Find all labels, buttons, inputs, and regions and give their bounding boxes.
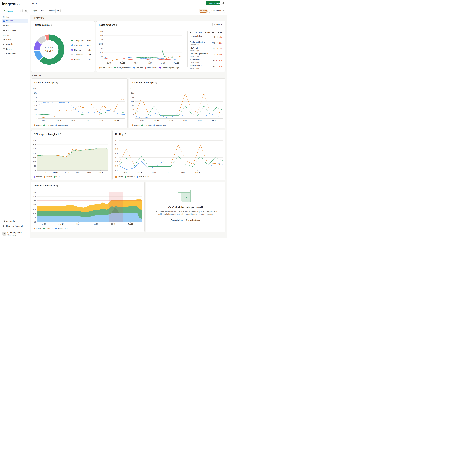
svg-text:100M: 100M [99, 30, 103, 32]
svg-text:20 K: 20 K [114, 152, 118, 154]
svg-text:10: 10 [101, 56, 103, 58]
svg-text:0 K: 0 K [34, 221, 37, 223]
svg-text:5 K: 5 K [115, 165, 118, 167]
svg-text:12:00: 12:00 [85, 120, 89, 122]
svg-text:12:00: 12:00 [167, 172, 171, 173]
svg-text:12:00: 12:00 [76, 172, 80, 173]
svg-text:10K: 10K [131, 105, 134, 107]
svg-text:Jun 19: Jun 19 [137, 172, 142, 173]
svg-text:18:00: 18:00 [111, 223, 115, 225]
svg-text:Jun 20: Jun 20 [174, 62, 179, 64]
svg-text:18:00: 18:00 [161, 62, 165, 64]
svg-text:15 K: 15 K [33, 157, 37, 159]
svg-text:10M: 10M [34, 92, 37, 94]
svg-text:10 K: 10 K [33, 161, 37, 163]
svg-text:18:00: 18:00 [197, 120, 201, 122]
svg-text:18:00: 18:00 [107, 62, 111, 64]
svg-text:100: 100 [34, 109, 37, 111]
svg-text:35 K: 35 K [114, 139, 118, 141]
svg-text:20 K: 20 K [33, 204, 37, 206]
svg-text:10M: 10M [131, 92, 134, 94]
svg-text:35 K: 35 K [33, 139, 37, 141]
svg-text:100: 100 [100, 51, 103, 53]
svg-text:30 K: 30 K [33, 144, 37, 146]
svg-text:18:00: 18:00 [99, 120, 103, 122]
svg-text:06:00: 06:00 [134, 62, 138, 64]
svg-text:100K: 100K [33, 101, 37, 103]
svg-text:10: 10 [132, 113, 134, 115]
svg-text:100M: 100M [130, 88, 134, 90]
svg-text:18:00: 18:00 [139, 120, 144, 122]
svg-text:0 K: 0 K [34, 169, 37, 171]
svg-text:10K: 10K [34, 105, 37, 107]
svg-text:30 K: 30 K [33, 196, 37, 197]
svg-text:35 K: 35 K [33, 191, 37, 193]
svg-text:18:00: 18:00 [42, 120, 46, 122]
svg-text:Jun 19: Jun 19 [154, 120, 159, 122]
svg-text:10 K: 10 K [33, 212, 37, 214]
svg-text:Jun 19: Jun 19 [53, 172, 58, 173]
svg-text:10M: 10M [99, 35, 103, 37]
svg-text:5 K: 5 K [34, 217, 37, 219]
svg-text:1: 1 [102, 60, 103, 62]
svg-text:1: 1 [133, 117, 134, 119]
svg-text:Jun 20: Jun 20 [211, 120, 217, 122]
svg-text:1: 1 [36, 117, 37, 119]
svg-text:20 K: 20 K [33, 152, 37, 154]
svg-text:100M: 100M [33, 88, 37, 90]
svg-text:25 K: 25 K [33, 200, 37, 202]
svg-text:12:00: 12:00 [94, 223, 98, 225]
svg-text:18:00: 18:00 [42, 172, 46, 173]
svg-text:0 K: 0 K [115, 169, 118, 171]
svg-text:Jun 20: Jun 20 [114, 120, 119, 122]
svg-text:1M: 1M [132, 96, 134, 98]
svg-text:12:00: 12:00 [183, 120, 187, 122]
svg-text:Jun 19: Jun 19 [56, 120, 61, 122]
svg-text:1M: 1M [100, 39, 103, 41]
svg-text:10K: 10K [100, 47, 103, 49]
svg-text:06:00: 06:00 [65, 172, 69, 173]
svg-text:10 K: 10 K [114, 161, 118, 163]
svg-text:25 K: 25 K [33, 148, 37, 150]
svg-text:18:00: 18:00 [123, 172, 127, 173]
svg-text:06:00: 06:00 [76, 223, 80, 225]
svg-text:Jun 20: Jun 20 [195, 172, 200, 173]
svg-text:100: 100 [131, 109, 134, 111]
svg-text:18:00: 18:00 [87, 172, 91, 173]
svg-text:10: 10 [35, 113, 37, 115]
svg-text:100K: 100K [99, 43, 103, 45]
svg-text:100K: 100K [130, 101, 134, 103]
svg-text:Jun 19: Jun 19 [120, 62, 125, 64]
svg-text:Jun 20: Jun 20 [98, 172, 103, 173]
svg-text:15 K: 15 K [114, 157, 118, 159]
svg-text:06:00: 06:00 [168, 120, 173, 122]
svg-text:15 K: 15 K [33, 208, 37, 210]
svg-text:12:00: 12:00 [148, 62, 151, 64]
svg-text:18:00: 18:00 [42, 223, 46, 225]
svg-text:Jun 20: Jun 20 [128, 223, 133, 225]
svg-text:Jun 19: Jun 19 [59, 223, 64, 225]
svg-text:06:00: 06:00 [71, 120, 75, 122]
svg-text:1M: 1M [35, 96, 37, 98]
svg-text:06:00: 06:00 [152, 172, 156, 173]
svg-text:30 K: 30 K [114, 144, 118, 146]
svg-text:5 K: 5 K [34, 165, 37, 167]
svg-text:25 K: 25 K [114, 148, 118, 150]
svg-text:18:00: 18:00 [181, 172, 185, 173]
